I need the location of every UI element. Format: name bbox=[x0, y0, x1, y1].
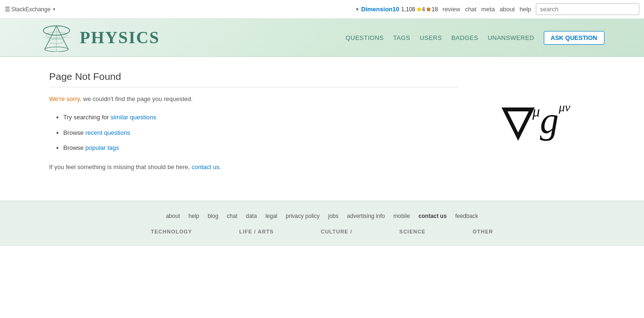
gold-dot-icon bbox=[417, 8, 421, 11]
site-logo-image bbox=[40, 23, 73, 52]
ask-question-button[interactable]: ASK QUESTION bbox=[544, 31, 604, 45]
username[interactable]: Dimension10 bbox=[361, 6, 399, 13]
topbar-right: ▼ Dimension10 1,108 4 18 review chat met… bbox=[355, 3, 639, 15]
if-missing-suffix: . bbox=[220, 163, 222, 171]
site-nav: QUESTIONS TAGS USERS BADGES UNANSWERED A… bbox=[346, 31, 604, 45]
footer-data-link[interactable]: data bbox=[246, 213, 257, 219]
sorry-suffix: we couldn't find the page you requested. bbox=[81, 95, 193, 102]
footer-feedback-link[interactable]: feedback bbox=[455, 213, 478, 219]
contact-us-link[interactable]: contact us bbox=[191, 163, 219, 171]
users-nav-link[interactable]: USERS bbox=[420, 34, 442, 41]
footer-jobs-link[interactable]: jobs bbox=[328, 213, 339, 219]
footer-about-link[interactable]: about bbox=[166, 213, 180, 219]
search-input[interactable] bbox=[536, 3, 639, 15]
mu-superscript: μ bbox=[533, 104, 540, 119]
badges-nav-link[interactable]: BADGES bbox=[451, 34, 478, 41]
review-link[interactable]: review bbox=[443, 6, 461, 13]
footer-advertising-link[interactable]: advertising info bbox=[347, 213, 385, 219]
hamburger-icon: ☰ bbox=[5, 6, 10, 13]
footer-blog-link[interactable]: blog bbox=[207, 213, 218, 219]
footer-chat-link[interactable]: chat bbox=[227, 213, 238, 219]
topbar-left: ☰ StackExchange ▼ bbox=[5, 6, 56, 13]
footer-privacy-link[interactable]: privacy policy bbox=[286, 213, 319, 219]
if-missing-text: If you feel something is missing that sh… bbox=[49, 163, 459, 172]
recent-questions-link[interactable]: recent questions bbox=[85, 129, 130, 136]
if-missing-prefix: If you feel something is missing that sh… bbox=[49, 163, 190, 171]
g-symbol: g bbox=[540, 101, 559, 139]
math-formula: ▽μ gμν bbox=[502, 101, 571, 141]
footer-category-technology: TECHNOLOGY bbox=[151, 229, 192, 234]
about-link[interactable]: about bbox=[500, 6, 515, 13]
unanswered-nav-link[interactable]: UNANSWERED bbox=[488, 34, 534, 41]
bronze-dot-icon bbox=[427, 8, 430, 11]
stackexchange-label: StackExchange bbox=[11, 6, 50, 13]
munu-subscript: μν bbox=[559, 101, 571, 114]
site-header: PHYSICS QUESTIONS TAGS USERS BADGES UNAN… bbox=[0, 19, 644, 57]
dropdown-arrow-icon: ▼ bbox=[355, 7, 359, 12]
gold-badge: 4 bbox=[417, 6, 425, 13]
stackexchange-link[interactable]: StackExchange ▼ bbox=[11, 6, 56, 13]
footer-category-life: LIFE / ARTS bbox=[239, 229, 274, 234]
bronze-count: 18 bbox=[431, 6, 437, 13]
site-logo[interactable]: PHYSICS bbox=[40, 23, 160, 52]
bullet-list: Try searching for similar questions Brow… bbox=[49, 113, 459, 153]
footer-category-other: OTHER bbox=[473, 229, 493, 234]
footer: about help blog chat data legal privacy … bbox=[0, 201, 644, 246]
chat-link[interactable]: chat bbox=[465, 6, 477, 13]
help-link[interactable]: help bbox=[519, 6, 531, 13]
stackexchange-dropdown[interactable]: ☰ StackExchange ▼ bbox=[5, 6, 56, 13]
footer-inner: about help blog chat data legal privacy … bbox=[40, 213, 604, 234]
similar-questions-link[interactable]: similar questions bbox=[111, 114, 156, 121]
footer-categories: TECHNOLOGY LIFE / ARTS CULTURE / SCIENCE… bbox=[40, 229, 604, 234]
tags-nav-link[interactable]: TAGS bbox=[393, 34, 410, 41]
page-title: Page Not Found bbox=[49, 71, 459, 87]
footer-category-culture: CULTURE / bbox=[321, 229, 352, 234]
meta-link[interactable]: meta bbox=[481, 6, 495, 13]
topbar: ☰ StackExchange ▼ ▼ Dimension10 1,108 4 … bbox=[0, 0, 644, 19]
questions-nav-link[interactable]: QUESTIONS bbox=[346, 34, 384, 41]
chevron-down-icon: ▼ bbox=[52, 7, 56, 12]
user-info: ▼ Dimension10 1,108 4 18 bbox=[355, 6, 438, 13]
gold-count: 4 bbox=[422, 6, 425, 13]
math-decoration: ▽μ gμν bbox=[477, 71, 595, 172]
site-logo-text: PHYSICS bbox=[80, 28, 160, 47]
popular-tags-link[interactable]: popular tags bbox=[85, 144, 119, 151]
bullet-text-3-before: Browse bbox=[64, 144, 86, 151]
nabla-symbol: ▽ bbox=[502, 101, 533, 141]
list-item: Browse popular tags bbox=[64, 143, 459, 153]
footer-help-link[interactable]: help bbox=[189, 213, 199, 219]
main-content: Page Not Found We're sorry, we couldn't … bbox=[40, 71, 604, 172]
sorry-word: We're sorry, bbox=[49, 95, 81, 102]
bronze-badge: 18 bbox=[427, 6, 437, 13]
bullet-text-1-before: Try searching for bbox=[64, 114, 111, 121]
sorry-text: We're sorry, we couldn't find the page y… bbox=[49, 94, 459, 104]
list-item: Try searching for similar questions bbox=[64, 113, 459, 123]
main-text: Page Not Found We're sorry, we couldn't … bbox=[49, 71, 459, 172]
topbar-nav: review chat meta about help bbox=[443, 6, 531, 13]
reputation-score: 1,108 bbox=[401, 6, 415, 13]
footer-nav: about help blog chat data legal privacy … bbox=[40, 213, 604, 219]
footer-mobile-link[interactable]: mobile bbox=[393, 213, 410, 219]
bullet-text-2-before: Browse bbox=[64, 129, 86, 136]
list-item: Browse recent questions bbox=[64, 128, 459, 138]
footer-contact-link[interactable]: contact us bbox=[419, 213, 447, 219]
site-header-inner: PHYSICS QUESTIONS TAGS USERS BADGES UNAN… bbox=[40, 19, 604, 56]
footer-category-science: SCIENCE bbox=[399, 229, 426, 234]
footer-legal-link[interactable]: legal bbox=[265, 213, 277, 219]
